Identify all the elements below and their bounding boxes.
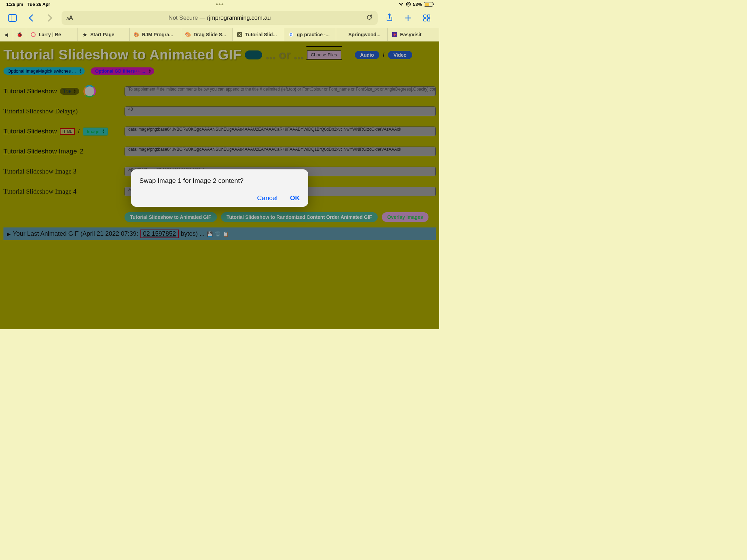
share-icon[interactable] xyxy=(382,11,396,25)
apple-icon xyxy=(340,32,346,37)
svg-point-12 xyxy=(394,34,396,36)
svg-rect-4 xyxy=(427,15,430,17)
tab-item[interactable]: ◀ xyxy=(0,28,13,41)
browser-toolbar: AA Not Secure — rjmprogramming.com.au xyxy=(0,8,439,28)
cancel-button[interactable]: Cancel xyxy=(257,194,277,202)
orientation-lock-icon xyxy=(406,2,411,7)
svg-text:G: G xyxy=(290,33,293,37)
tab-item[interactable]: 🐞 xyxy=(13,28,26,41)
favicon-icon xyxy=(392,32,397,37)
tab-item-active[interactable]: Tutorial Slid... xyxy=(233,28,284,41)
tab-item[interactable]: 🎨RJM Progra... xyxy=(130,28,181,41)
status-date: Tue 26 Apr xyxy=(27,2,50,7)
tabs-overview-icon[interactable] xyxy=(420,11,434,25)
tab-item[interactable]: Ggp practice -... xyxy=(284,28,336,41)
tab-item[interactable]: 🎨Drag Slide S... xyxy=(181,28,233,41)
svg-rect-6 xyxy=(427,19,430,21)
close-icon[interactable] xyxy=(237,32,242,37)
sidebar-toggle-icon[interactable] xyxy=(6,11,19,25)
favicon-icon: ◀ xyxy=(4,32,9,37)
dialog-message: Swap Image 1 for Image 2 content? xyxy=(139,177,300,185)
tab-item[interactable]: Larry | Be xyxy=(26,28,78,41)
status-bar: 1:26 pm Tue 26 Apr 53% xyxy=(0,0,439,8)
ok-button[interactable]: OK xyxy=(290,194,300,202)
favicon-icon xyxy=(30,32,36,37)
new-tab-icon[interactable] xyxy=(401,11,415,25)
favicon-icon: 🎨 xyxy=(185,32,191,37)
svg-point-7 xyxy=(31,32,35,37)
url-bar[interactable]: AA Not Secure — rjmprogramming.com.au xyxy=(62,11,378,25)
forward-button xyxy=(43,11,57,25)
confirm-dialog: Swap Image 1 for Image 2 content? Cancel… xyxy=(131,169,308,207)
svg-rect-3 xyxy=(424,15,426,17)
url-text: Not Secure — rjmprogramming.com.au xyxy=(168,15,271,21)
battery-icon xyxy=(424,2,433,7)
reload-icon[interactable] xyxy=(366,14,373,22)
svg-rect-5 xyxy=(424,19,426,21)
tab-item[interactable]: EasyVisit xyxy=(388,28,439,41)
star-icon: ★ xyxy=(82,32,87,37)
google-icon: G xyxy=(288,32,294,37)
favicon-icon: 🎨 xyxy=(134,32,139,37)
favicon-icon: 🐞 xyxy=(17,32,22,37)
text-size-icon[interactable]: AA xyxy=(66,15,73,21)
wifi-icon xyxy=(398,2,404,6)
battery-percent: 53% xyxy=(413,2,422,7)
multitask-dots[interactable] xyxy=(216,3,223,5)
status-time: 1:26 pm xyxy=(6,2,23,7)
tab-item[interactable]: Springwood... xyxy=(336,28,388,41)
tab-item[interactable]: ★Start Page xyxy=(78,28,129,41)
back-button[interactable] xyxy=(24,11,38,25)
svg-rect-1 xyxy=(8,15,17,21)
tab-strip: ◀ 🐞 Larry | Be ★Start Page 🎨RJM Progra..… xyxy=(0,28,439,41)
